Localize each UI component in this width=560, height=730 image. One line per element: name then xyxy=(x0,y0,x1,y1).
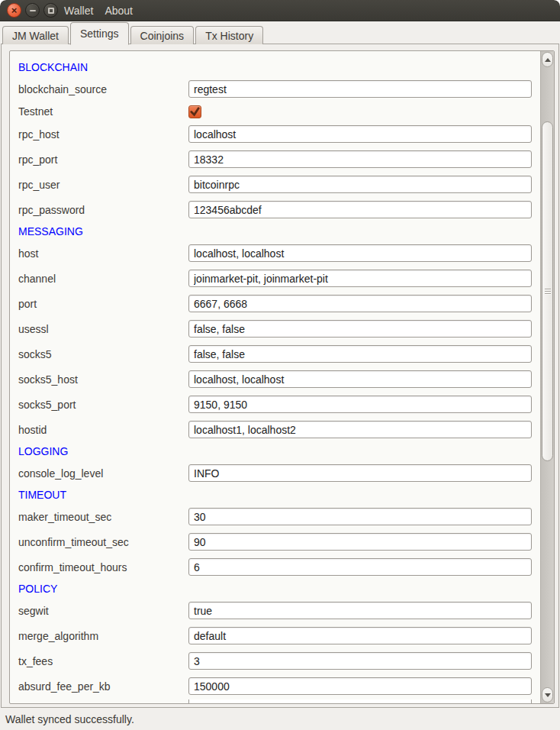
section-header-label: BLOCKCHAIN xyxy=(18,61,88,73)
section-header-label: MESSAGING xyxy=(18,225,83,237)
field-row-channel: channel xyxy=(10,266,540,291)
field-row-port: port xyxy=(10,291,540,316)
field-label: confirm_timeout_hours xyxy=(18,561,188,573)
absurd-fee-per-kb-input[interactable] xyxy=(188,677,532,695)
segwit-input[interactable] xyxy=(188,602,532,619)
clipped-field-row xyxy=(10,699,540,703)
section-header-messaging: MESSAGING xyxy=(10,222,540,241)
field-label: hostid xyxy=(18,424,188,436)
field-label: socks5_host xyxy=(18,373,188,386)
field-label: host xyxy=(18,247,188,260)
maximize-button[interactable] xyxy=(43,3,58,18)
field-label: merge_algorithm xyxy=(18,630,188,642)
field-row-absurd-fee-per-kb: absurd_fee_per_kb xyxy=(10,673,540,699)
channel-input[interactable] xyxy=(188,270,532,287)
minimize-icon xyxy=(30,10,36,11)
field-label: segwit xyxy=(18,605,188,617)
field-row-console-log-level: console_log_level xyxy=(10,460,540,486)
field-row-testnet: Testnet xyxy=(10,102,540,121)
field-row-rpc-port: rpc_port xyxy=(10,147,540,172)
scrollbar-thumb[interactable] xyxy=(542,121,553,461)
rpc-host-input[interactable] xyxy=(188,125,532,143)
section-header-policy: POLICY xyxy=(10,580,540,598)
field-row-blockchain-source: blockchain_source xyxy=(10,76,540,102)
field-label: rpc_password xyxy=(18,204,188,216)
port-input[interactable] xyxy=(188,295,532,312)
scroll-up-button[interactable] xyxy=(542,52,553,67)
socks5-port-input[interactable] xyxy=(188,396,532,413)
socks5-input[interactable] xyxy=(188,345,532,363)
field-row-tx-fees: tx_fees xyxy=(10,648,540,673)
window-controls: × xyxy=(0,3,58,18)
minimize-button[interactable] xyxy=(25,3,40,18)
field-label: rpc_host xyxy=(18,128,188,141)
unconfirm-timeout-sec-input[interactable] xyxy=(188,533,532,551)
section-header-logging: LOGGING xyxy=(10,442,540,460)
tab-jm-wallet[interactable]: JM Wallet xyxy=(2,26,69,44)
console-log-level-input[interactable] xyxy=(188,464,532,482)
tab-coinjoins[interactable]: Coinjoins xyxy=(130,26,195,44)
field-label: tx_fees xyxy=(18,655,188,667)
field-label: rpc_user xyxy=(18,179,188,191)
status-bar: Wallet synced successfully. xyxy=(0,709,560,730)
close-button[interactable]: × xyxy=(7,3,21,18)
field-row-usessl: usessl xyxy=(10,316,540,341)
rpc-user-input[interactable] xyxy=(188,176,532,193)
section-header-timeout: TIMEOUT xyxy=(10,486,540,504)
section-header-label: POLICY xyxy=(18,583,57,595)
field-row-maker-timeout-sec: maker_timeout_sec xyxy=(10,504,540,529)
app-window: × Wallet About JM Wallet Settings Coinjo… xyxy=(0,0,560,730)
tab-settings[interactable]: Settings xyxy=(70,22,129,45)
field-row-socks5-host: socks5_host xyxy=(10,367,540,392)
field-row-socks5: socks5 xyxy=(10,341,540,367)
field-label: port xyxy=(18,298,188,310)
merge-algorithm-input[interactable] xyxy=(188,627,532,644)
field-row-hostid: hostid xyxy=(10,417,540,442)
scrollbar-grip-icon xyxy=(545,289,551,295)
up-arrow-icon xyxy=(545,58,551,62)
tab-tx-history[interactable]: Tx History xyxy=(195,26,263,44)
checkmark-icon xyxy=(189,106,201,118)
field-row-rpc-host: rpc_host xyxy=(10,121,540,147)
down-arrow-icon xyxy=(545,693,551,697)
tx-fees-input[interactable] xyxy=(188,652,532,670)
field-label: usessl xyxy=(18,323,188,335)
field-label: socks5 xyxy=(18,348,188,360)
close-icon: × xyxy=(11,5,18,15)
rpc-port-input[interactable] xyxy=(188,150,532,168)
clipped-field-input[interactable] xyxy=(188,699,532,703)
field-label: rpc_port xyxy=(18,153,188,166)
socks5-host-input[interactable] xyxy=(188,370,532,388)
maker-timeout-sec-input[interactable] xyxy=(188,508,532,525)
field-row-confirm-timeout-hours: confirm_timeout_hours xyxy=(10,554,540,580)
testnet-checkbox[interactable] xyxy=(188,105,201,118)
menubar: Wallet About xyxy=(58,5,133,17)
field-row-rpc-user: rpc_user xyxy=(10,172,540,197)
field-row-segwit: segwit xyxy=(10,598,540,623)
vertical-scrollbar[interactable] xyxy=(540,51,554,703)
blockchain-source-input[interactable] xyxy=(188,80,532,98)
confirm-timeout-hours-input[interactable] xyxy=(188,558,532,576)
section-header-label: LOGGING xyxy=(18,445,68,457)
maximize-icon xyxy=(48,8,54,14)
field-label: channel xyxy=(18,273,188,285)
settings-form: BLOCKCHAIN blockchain_source Testnet rpc… xyxy=(10,51,540,703)
field-row-merge-algorithm: merge_algorithm xyxy=(10,623,540,648)
titlebar: × Wallet About xyxy=(0,0,560,21)
field-row-socks5-port: socks5_port xyxy=(10,392,540,417)
field-row-rpc-password: rpc_password xyxy=(10,197,540,222)
menu-about[interactable]: About xyxy=(105,5,133,17)
hostid-input[interactable] xyxy=(188,421,532,438)
tab-bar: JM Wallet Settings Coinjoins Tx History xyxy=(2,21,265,44)
menu-wallet[interactable]: Wallet xyxy=(64,5,93,17)
usessl-input[interactable] xyxy=(188,320,532,338)
status-text: Wallet synced successfully. xyxy=(5,713,134,725)
field-label: console_log_level xyxy=(18,467,188,480)
host-input[interactable] xyxy=(188,244,532,262)
section-header-blockchain: BLOCKCHAIN xyxy=(10,58,540,76)
field-label: unconfirm_timeout_sec xyxy=(18,536,188,548)
field-row-host: host xyxy=(10,241,540,266)
scroll-down-button[interactable] xyxy=(542,687,553,703)
field-label: blockchain_source xyxy=(18,83,188,95)
rpc-password-input[interactable] xyxy=(188,201,532,218)
